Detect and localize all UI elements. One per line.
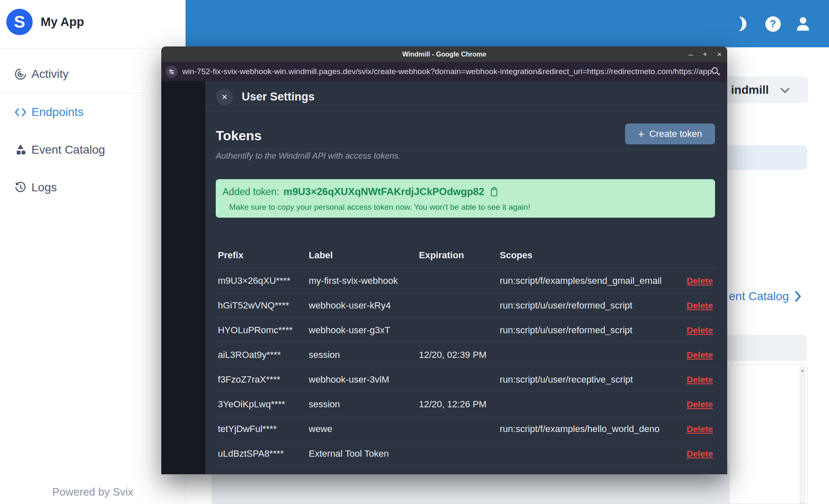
divider — [216, 149, 715, 149]
delete-link[interactable]: Delete — [687, 466, 713, 474]
cell-label: webhook-user-3vlM — [309, 367, 389, 392]
header-prefix: Prefix — [218, 242, 243, 268]
account-icon[interactable] — [794, 15, 812, 33]
header-label: Label — [309, 242, 333, 268]
banner-note: Make sure to copy your personal access t… — [229, 203, 530, 212]
help-icon[interactable]: ? — [764, 15, 782, 33]
cell-scopes: run:script/u/user/receptive_script — [500, 367, 633, 392]
delete-link[interactable]: Delete — [687, 293, 713, 318]
divider — [0, 93, 186, 93]
sidebar: S My App Activity Endpoints — [0, 0, 186, 504]
event-catalog-link[interactable]: ent Catalog — [729, 290, 801, 303]
site-settings-icon[interactable] — [165, 66, 178, 78]
delete-link[interactable]: Delete — [687, 417, 713, 441]
cell-scopes: run:script/f/examples/hello_world_deno — [500, 417, 660, 441]
sidebar-item-label: Endpoints — [31, 105, 84, 119]
delete-link[interactable]: Delete — [687, 441, 713, 466]
zoom-icon[interactable] — [710, 66, 721, 78]
table-row: aiL3ROat9y**** session 12/20, 02:39 PM D… — [216, 342, 715, 367]
header-scopes: Scopes — [500, 242, 532, 268]
delete-link[interactable]: Delete — [687, 392, 713, 417]
window-titlebar[interactable]: Windmill - Google Chrome – + × — [161, 46, 727, 62]
activity-icon — [14, 67, 27, 81]
shapes-icon — [14, 143, 27, 157]
url-text[interactable]: win-752-fix-svix-webhook-win.windmill.pa… — [182, 62, 721, 81]
tokens-subtitle: Authentify to the Windmill API with acce… — [216, 151, 401, 161]
cell-label: web token — [309, 466, 351, 474]
cell-prefix: 3YeOiKpLwq**** — [218, 392, 285, 417]
cell-prefix: tetYjDwFul**** — [218, 417, 277, 441]
close-icon[interactable]: ✕ — [216, 89, 233, 105]
delete-link[interactable]: Delete — [687, 268, 713, 293]
table-row: m9U3×26qXU**** my-first-svix-webhook run… — [216, 268, 715, 293]
cell-label: session — [309, 392, 340, 417]
tokens-section-title: Tokens — [216, 128, 262, 144]
maximize-button[interactable]: + — [699, 46, 711, 62]
table-header: Prefix Label Expiration Scopes — [216, 242, 715, 268]
minimize-button[interactable]: – — [684, 46, 697, 62]
cell-expiration: 12/20, 02:39 PM — [419, 342, 486, 367]
table-row: i9AjXYlvIR.**** web token Delete — [216, 466, 715, 474]
delete-link[interactable]: Delete — [687, 342, 713, 367]
chevron-right-icon — [795, 291, 801, 302]
cell-prefix: f3FzoZ7raX**** — [218, 367, 280, 392]
event-catalog-link-label: ent Catalog — [729, 290, 789, 303]
token-value: m9U3×26qXUXqNWtFAKrdjJCkPOdwgp82 — [284, 186, 484, 198]
cell-scopes: run:script/f/examples/send_gmail_email — [500, 268, 661, 293]
help-glyph: ? — [765, 16, 781, 32]
cell-scopes: run:script/u/user/reformed_script — [500, 318, 633, 342]
sidebar-item-label: Activity — [31, 67, 69, 81]
close-window-button[interactable]: × — [713, 46, 726, 62]
table-row: f3FzoZ7raX**** webhook-user-3vlM run:scr… — [216, 367, 715, 392]
url-bar[interactable]: win-752-fix-svix-webhook-win.windmill.pa… — [161, 62, 727, 81]
sidebar-item-label: Event Catalog — [31, 143, 105, 157]
divider — [205, 111, 727, 111]
window-title: Windmill - Google Chrome — [161, 46, 727, 62]
create-token-label: Create token — [649, 129, 702, 139]
table-row: uLdBztSPA8**** External Tool Token Delet… — [216, 441, 715, 466]
delete-link[interactable]: Delete — [687, 367, 713, 392]
sidebar-item-activity[interactable]: Activity — [0, 62, 186, 87]
header-expiration: Expiration — [419, 242, 464, 268]
cell-label: webhook-user-g3xT — [309, 318, 390, 342]
cell-label: my-first-svix-webhook — [309, 268, 398, 293]
cell-prefix: m9U3×26qXU**** — [218, 268, 290, 293]
cell-prefix: HYOLuPRomc**** — [218, 318, 293, 342]
cell-prefix: i9AjXYlvIR.**** — [218, 466, 278, 474]
chevron-down-icon — [780, 87, 790, 95]
svix-logo: S — [6, 9, 33, 35]
sidebar-item-event-catalog[interactable]: Event Catalog — [0, 137, 186, 162]
chrome-window: Windmill - Google Chrome – + × win-752-f… — [161, 46, 727, 474]
user-settings-modal: ✕ User Settings Tokens + Create token Au… — [205, 81, 727, 474]
person-glyph — [795, 15, 811, 32]
delete-link[interactable]: Delete — [687, 318, 713, 342]
create-token-button[interactable]: + Create token — [625, 123, 715, 144]
cell-label: External Tool Token — [309, 441, 389, 466]
sidebar-item-logs[interactable]: Logs — [0, 175, 186, 200]
token-added-banner: Added token: m9U3×26qXUXqNWtFAKrdjJCkPOd… — [216, 179, 715, 218]
table-row: tetYjDwFul**** wewe run:script/f/example… — [216, 417, 715, 441]
banner-prefix: Added token: — [222, 186, 279, 198]
plus-icon: + — [638, 128, 644, 141]
divider — [0, 48, 186, 49]
cell-prefix: aiL3ROat9y**** — [218, 342, 281, 367]
sidebar-item-endpoints[interactable]: Endpoints — [0, 100, 186, 125]
background-list-panel: ▲ — [729, 365, 808, 504]
copy-icon[interactable] — [490, 187, 498, 197]
app-header: ? — [186, 0, 829, 47]
workspace-dropdown-label: indmill — [731, 77, 769, 103]
app-title: My App — [41, 15, 84, 29]
cell-expiration: 12/20, 12:26 PM — [419, 392, 486, 417]
table-row: hGiT52wVNQ**** webhook-user-kRy4 run:scr… — [216, 293, 715, 318]
table-row: 3YeOiKpLwq**** session 12/20, 12:26 PM D… — [216, 392, 715, 417]
cell-scopes: run:script/u/user/reformed_script — [500, 293, 633, 318]
powered-by-svix: Powered by Svix — [0, 486, 186, 499]
cell-label: webhook-user-kRy4 — [309, 293, 391, 318]
scroll-up-arrow-icon[interactable]: ▲ — [800, 368, 805, 373]
dark-mode-moon-icon[interactable] — [733, 15, 750, 33]
sidebar-item-label: Logs — [31, 181, 57, 194]
cell-prefix: hGiT52wVNQ**** — [218, 293, 289, 318]
scrollbar[interactable]: ▲ — [800, 367, 805, 504]
screen: ? indmill ent Catalog ▲ S My App — [0, 0, 829, 504]
page-content: ✕ User Settings Tokens + Create token Au… — [161, 81, 727, 474]
